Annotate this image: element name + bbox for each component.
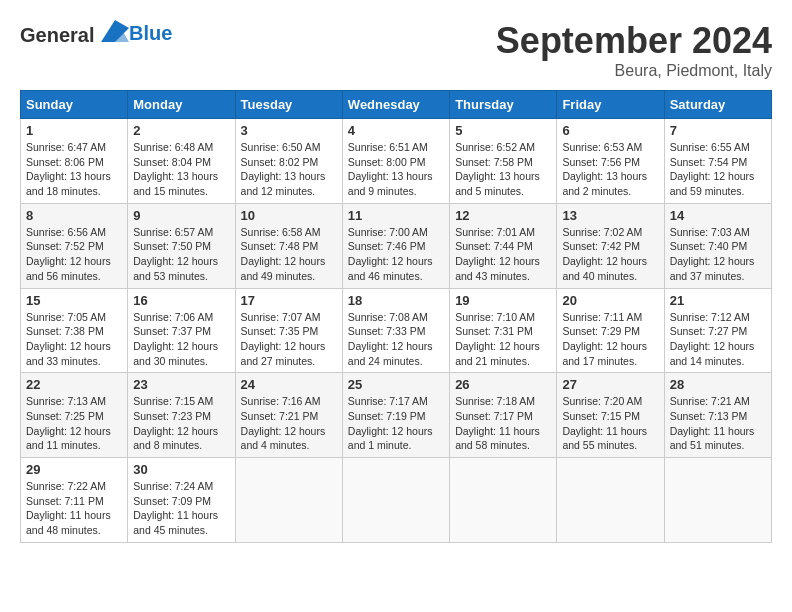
day-number: 10 [241,208,337,223]
day-detail: Sunrise: 6:47 AMSunset: 8:06 PMDaylight:… [26,140,122,199]
calendar-cell [557,458,664,543]
calendar-cell: 5Sunrise: 6:52 AMSunset: 7:58 PMDaylight… [450,119,557,204]
col-header-saturday: Saturday [664,91,771,119]
day-number: 15 [26,293,122,308]
day-number: 30 [133,462,229,477]
day-detail: Sunrise: 7:17 AMSunset: 7:19 PMDaylight:… [348,394,444,453]
day-number: 9 [133,208,229,223]
day-number: 17 [241,293,337,308]
week-row-5: 29Sunrise: 7:22 AMSunset: 7:11 PMDayligh… [21,458,772,543]
calendar-cell: 15Sunrise: 7:05 AMSunset: 7:38 PMDayligh… [21,288,128,373]
day-detail: Sunrise: 6:58 AMSunset: 7:48 PMDaylight:… [241,225,337,284]
day-detail: Sunrise: 7:10 AMSunset: 7:31 PMDaylight:… [455,310,551,369]
day-detail: Sunrise: 7:08 AMSunset: 7:33 PMDaylight:… [348,310,444,369]
day-detail: Sunrise: 7:06 AMSunset: 7:37 PMDaylight:… [133,310,229,369]
day-number: 4 [348,123,444,138]
calendar-cell: 9Sunrise: 6:57 AMSunset: 7:50 PMDaylight… [128,203,235,288]
day-detail: Sunrise: 7:18 AMSunset: 7:17 PMDaylight:… [455,394,551,453]
calendar-cell: 10Sunrise: 6:58 AMSunset: 7:48 PMDayligh… [235,203,342,288]
day-detail: Sunrise: 7:01 AMSunset: 7:44 PMDaylight:… [455,225,551,284]
day-detail: Sunrise: 7:13 AMSunset: 7:25 PMDaylight:… [26,394,122,453]
calendar-cell: 19Sunrise: 7:10 AMSunset: 7:31 PMDayligh… [450,288,557,373]
day-number: 29 [26,462,122,477]
location: Beura, Piedmont, Italy [496,62,772,80]
calendar-cell: 29Sunrise: 7:22 AMSunset: 7:11 PMDayligh… [21,458,128,543]
week-row-3: 15Sunrise: 7:05 AMSunset: 7:38 PMDayligh… [21,288,772,373]
col-header-thursday: Thursday [450,91,557,119]
day-number: 20 [562,293,658,308]
day-number: 5 [455,123,551,138]
day-number: 19 [455,293,551,308]
day-number: 11 [348,208,444,223]
month-title: September 2024 [496,20,772,62]
calendar-cell: 22Sunrise: 7:13 AMSunset: 7:25 PMDayligh… [21,373,128,458]
day-detail: Sunrise: 7:12 AMSunset: 7:27 PMDaylight:… [670,310,766,369]
calendar-cell: 7Sunrise: 6:55 AMSunset: 7:54 PMDaylight… [664,119,771,204]
calendar-cell: 3Sunrise: 6:50 AMSunset: 8:02 PMDaylight… [235,119,342,204]
calendar-cell [664,458,771,543]
calendar-cell: 18Sunrise: 7:08 AMSunset: 7:33 PMDayligh… [342,288,449,373]
day-detail: Sunrise: 7:24 AMSunset: 7:09 PMDaylight:… [133,479,229,538]
calendar-cell: 12Sunrise: 7:01 AMSunset: 7:44 PMDayligh… [450,203,557,288]
day-detail: Sunrise: 7:05 AMSunset: 7:38 PMDaylight:… [26,310,122,369]
day-detail: Sunrise: 7:16 AMSunset: 7:21 PMDaylight:… [241,394,337,453]
calendar-cell: 21Sunrise: 7:12 AMSunset: 7:27 PMDayligh… [664,288,771,373]
day-number: 18 [348,293,444,308]
title-section: September 2024 Beura, Piedmont, Italy [496,20,772,80]
calendar-cell: 26Sunrise: 7:18 AMSunset: 7:17 PMDayligh… [450,373,557,458]
calendar: SundayMondayTuesdayWednesdayThursdayFrid… [20,90,772,543]
calendar-cell: 17Sunrise: 7:07 AMSunset: 7:35 PMDayligh… [235,288,342,373]
calendar-cell: 30Sunrise: 7:24 AMSunset: 7:09 PMDayligh… [128,458,235,543]
day-detail: Sunrise: 6:56 AMSunset: 7:52 PMDaylight:… [26,225,122,284]
day-detail: Sunrise: 7:21 AMSunset: 7:13 PMDaylight:… [670,394,766,453]
day-number: 27 [562,377,658,392]
logo: General Blue [20,20,172,47]
day-number: 22 [26,377,122,392]
col-header-sunday: Sunday [21,91,128,119]
day-detail: Sunrise: 6:53 AMSunset: 7:56 PMDaylight:… [562,140,658,199]
logo-blue: Blue [129,22,172,44]
day-number: 13 [562,208,658,223]
day-number: 14 [670,208,766,223]
day-number: 23 [133,377,229,392]
day-number: 12 [455,208,551,223]
day-detail: Sunrise: 6:48 AMSunset: 8:04 PMDaylight:… [133,140,229,199]
day-detail: Sunrise: 7:00 AMSunset: 7:46 PMDaylight:… [348,225,444,284]
week-row-4: 22Sunrise: 7:13 AMSunset: 7:25 PMDayligh… [21,373,772,458]
day-number: 24 [241,377,337,392]
day-number: 1 [26,123,122,138]
calendar-cell [450,458,557,543]
day-detail: Sunrise: 7:15 AMSunset: 7:23 PMDaylight:… [133,394,229,453]
week-row-1: 1Sunrise: 6:47 AMSunset: 8:06 PMDaylight… [21,119,772,204]
calendar-cell: 28Sunrise: 7:21 AMSunset: 7:13 PMDayligh… [664,373,771,458]
day-detail: Sunrise: 6:51 AMSunset: 8:00 PMDaylight:… [348,140,444,199]
calendar-cell: 24Sunrise: 7:16 AMSunset: 7:21 PMDayligh… [235,373,342,458]
col-header-wednesday: Wednesday [342,91,449,119]
logo-icon [101,20,129,42]
day-detail: Sunrise: 6:57 AMSunset: 7:50 PMDaylight:… [133,225,229,284]
col-header-tuesday: Tuesday [235,91,342,119]
day-detail: Sunrise: 7:20 AMSunset: 7:15 PMDaylight:… [562,394,658,453]
col-header-monday: Monday [128,91,235,119]
calendar-cell: 25Sunrise: 7:17 AMSunset: 7:19 PMDayligh… [342,373,449,458]
calendar-cell: 13Sunrise: 7:02 AMSunset: 7:42 PMDayligh… [557,203,664,288]
week-row-2: 8Sunrise: 6:56 AMSunset: 7:52 PMDaylight… [21,203,772,288]
day-number: 25 [348,377,444,392]
day-detail: Sunrise: 7:22 AMSunset: 7:11 PMDaylight:… [26,479,122,538]
day-number: 28 [670,377,766,392]
calendar-cell [342,458,449,543]
calendar-cell: 6Sunrise: 6:53 AMSunset: 7:56 PMDaylight… [557,119,664,204]
calendar-cell: 1Sunrise: 6:47 AMSunset: 8:06 PMDaylight… [21,119,128,204]
calendar-cell: 11Sunrise: 7:00 AMSunset: 7:46 PMDayligh… [342,203,449,288]
calendar-cell [235,458,342,543]
calendar-header-row: SundayMondayTuesdayWednesdayThursdayFrid… [21,91,772,119]
day-number: 7 [670,123,766,138]
col-header-friday: Friday [557,91,664,119]
calendar-cell: 20Sunrise: 7:11 AMSunset: 7:29 PMDayligh… [557,288,664,373]
calendar-cell: 27Sunrise: 7:20 AMSunset: 7:15 PMDayligh… [557,373,664,458]
day-number: 2 [133,123,229,138]
calendar-cell: 14Sunrise: 7:03 AMSunset: 7:40 PMDayligh… [664,203,771,288]
calendar-cell: 16Sunrise: 7:06 AMSunset: 7:37 PMDayligh… [128,288,235,373]
logo-general: General [20,24,94,46]
day-number: 16 [133,293,229,308]
